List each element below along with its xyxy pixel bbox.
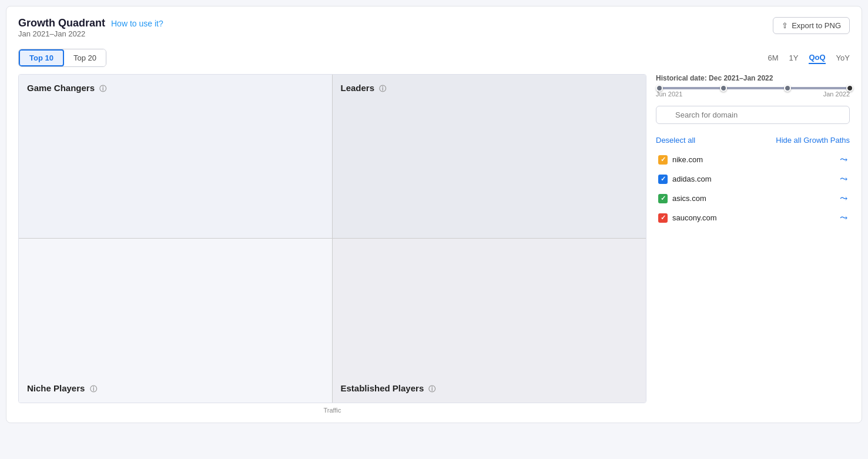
search-input[interactable] (656, 106, 850, 124)
controls-row: Top 10 Top 20 6M 1Y QoQ YoY (18, 49, 850, 67)
game-changers-info-icon[interactable]: ⓘ (99, 85, 106, 93)
domain-item-nike: ✓ nike.com ⤳ (656, 150, 850, 169)
top10-button[interactable]: Top 10 (19, 49, 64, 66)
adidas-checkbox[interactable]: ✓ (658, 175, 668, 184)
asics-checkmark: ✓ (661, 195, 666, 202)
title-row: Growth Quadrant How to use it? (18, 17, 163, 29)
hide-paths-link[interactable]: Hide all Growth Paths (776, 136, 850, 145)
nike-checkmark: ✓ (661, 156, 666, 163)
top20-button[interactable]: Top 20 (64, 49, 106, 66)
adidas-domain: adidas.com (672, 175, 835, 183)
export-label: Export to PNG (792, 21, 841, 30)
niche-players-label: Niche Players ⓘ (27, 383, 97, 394)
page-title: Growth Quadrant (18, 17, 105, 29)
established-players-label: Established Players ⓘ (341, 383, 436, 394)
slider-container (656, 87, 850, 89)
slider-dot-left[interactable] (656, 85, 663, 92)
game-changers-label: Game Changers ⓘ (27, 83, 106, 94)
upload-icon: ⇧ (782, 21, 788, 30)
saucony-checkbox[interactable]: ✓ (658, 213, 668, 223)
main-page: Growth Quadrant How to use it? Jan 2021–… (6, 6, 862, 423)
slider-dot-mid1[interactable] (720, 85, 727, 92)
title-area: Growth Quadrant How to use it? Jan 2021–… (18, 17, 163, 46)
domain-item-asics: ✓ asics.com ⤳ (656, 189, 850, 207)
1y-button[interactable]: 1Y (789, 52, 799, 63)
slider-dot-right[interactable] (846, 85, 853, 92)
saucony-path-icon[interactable]: ⤳ (840, 212, 847, 223)
domain-item-adidas: ✓ adidas.com ⤳ (656, 170, 850, 188)
established-players-info-icon[interactable]: ⓘ (428, 385, 435, 393)
x-axis-label: Traffic (18, 407, 646, 414)
slider-labels: Jun 2021 Jan 2022 (656, 91, 850, 98)
adidas-checkmark: ✓ (661, 175, 666, 183)
slider-fill (656, 87, 850, 89)
qoq-button[interactable]: QoQ (809, 52, 825, 64)
leaders-label: Leaders ⓘ (341, 83, 387, 94)
quadrant-leaders: Leaders ⓘ (333, 75, 646, 239)
niche-players-info-icon[interactable]: ⓘ (90, 385, 97, 393)
slider-right-label: Jan 2022 (823, 91, 850, 98)
asics-checkbox[interactable]: ✓ (658, 194, 668, 203)
domain-item-saucony: ✓ saucony.com ⤳ (656, 209, 850, 227)
yoy-button[interactable]: YoY (836, 52, 850, 63)
leaders-info-icon[interactable]: ⓘ (379, 85, 386, 93)
how-to-link[interactable]: How to use it? (111, 19, 163, 28)
quadrant-container: saucony.com asics.com (18, 74, 646, 403)
search-wrap: 🔍 (656, 106, 850, 130)
quadrant-grid: Game Changers ⓘ Leaders ⓘ (19, 75, 646, 403)
asics-path-icon[interactable]: ⤳ (840, 193, 847, 204)
period-buttons: 6M 1Y QoQ YoY (768, 52, 850, 64)
sidebar: Historical date: Dec 2021–Jan 2022 Jun 2… (656, 74, 850, 414)
export-button[interactable]: ⇧ Export to PNG (773, 17, 850, 34)
hist-date-label: Historical date: Dec 2021–Jan 2022 (656, 74, 850, 82)
date-range: Jan 2021–Jan 2022 (18, 29, 163, 38)
main-area: Traffic Growth, % saucony.com (18, 74, 850, 414)
deselect-all-link[interactable]: Deselect all (656, 136, 695, 145)
action-row: Deselect all Hide all Growth Paths (656, 136, 850, 145)
saucony-checkmark: ✓ (661, 214, 666, 222)
adidas-path-icon[interactable]: ⤳ (840, 173, 847, 185)
6m-button[interactable]: 6M (768, 52, 778, 63)
nike-domain: nike.com (672, 155, 835, 164)
quadrant-game-changers: Game Changers ⓘ (19, 75, 333, 239)
slider-dot-mid2[interactable] (784, 85, 791, 92)
domain-list: ✓ nike.com ⤳ ✓ adidas.com ⤳ ✓ (656, 150, 850, 227)
nike-checkbox[interactable]: ✓ (658, 155, 668, 165)
quadrant-niche-players: Niche Players ⓘ (19, 239, 333, 403)
asics-domain: asics.com (672, 194, 835, 203)
slider-track (656, 87, 850, 89)
header: Growth Quadrant How to use it? Jan 2021–… (18, 17, 850, 46)
chart-area: Traffic Growth, % saucony.com (18, 74, 646, 414)
hist-date-value: Dec 2021–Jan 2022 (709, 74, 773, 82)
quadrant-established-players: Established Players ⓘ (333, 239, 646, 403)
nike-path-icon[interactable]: ⤳ (840, 154, 847, 165)
top-toggle: Top 10 Top 20 (18, 49, 106, 67)
saucony-domain: saucony.com (672, 213, 835, 222)
